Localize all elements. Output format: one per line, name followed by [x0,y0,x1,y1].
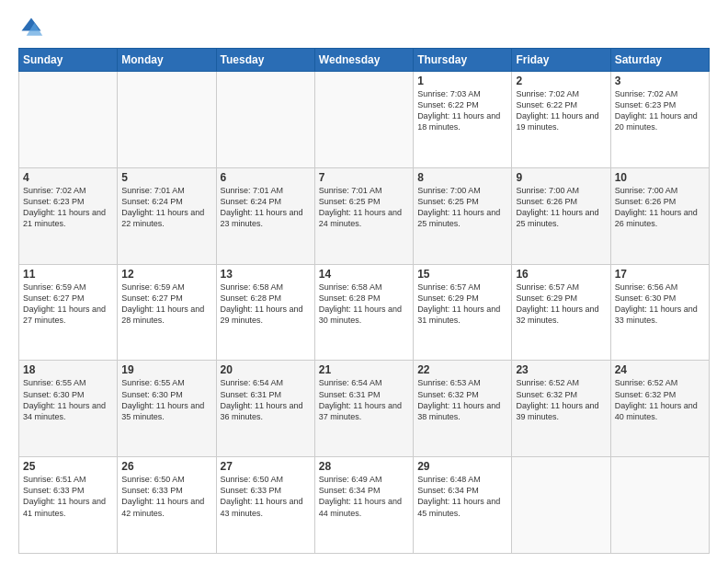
week-row-3: 11Sunrise: 6:59 AMSunset: 6:27 PMDayligh… [19,264,710,361]
day-number: 11 [23,268,113,281]
day-cell: 5Sunrise: 7:01 AMSunset: 6:24 PMDaylight… [118,167,216,264]
day-cell: 2Sunrise: 7:02 AMSunset: 6:22 PMDaylight… [512,72,610,168]
day-info: Sunrise: 6:52 AMSunset: 6:32 PMDaylight:… [516,377,606,422]
calendar: SundayMondayTuesdayWednesdayThursdayFrid… [18,48,710,554]
week-row-2: 4Sunrise: 7:02 AMSunset: 6:23 PMDaylight… [19,167,710,264]
day-number: 27 [221,460,311,473]
day-number: 3 [615,75,705,87]
day-info: Sunrise: 7:00 AMSunset: 6:26 PMDaylight:… [516,185,606,230]
day-cell: 16Sunrise: 6:57 AMSunset: 6:29 PMDayligh… [512,264,610,361]
day-cell: 14Sunrise: 6:58 AMSunset: 6:28 PMDayligh… [314,264,413,361]
day-number: 19 [121,363,211,376]
day-number: 10 [615,171,705,184]
day-info: Sunrise: 7:01 AMSunset: 6:24 PMDaylight:… [121,185,211,230]
day-cell [19,72,118,168]
day-info: Sunrise: 7:00 AMSunset: 6:25 PMDaylight:… [417,185,507,230]
day-cell: 10Sunrise: 7:00 AMSunset: 6:26 PMDayligh… [610,167,709,264]
day-number: 5 [121,171,211,184]
day-info: Sunrise: 6:52 AMSunset: 6:32 PMDaylight:… [615,377,705,422]
weekday-wednesday: Wednesday [314,49,413,72]
day-info: Sunrise: 6:53 AMSunset: 6:32 PMDaylight:… [417,377,507,422]
day-cell: 23Sunrise: 6:52 AMSunset: 6:32 PMDayligh… [512,361,610,457]
day-cell: 22Sunrise: 6:53 AMSunset: 6:32 PMDayligh… [414,361,512,457]
weekday-tuesday: Tuesday [216,49,314,72]
day-info: Sunrise: 6:59 AMSunset: 6:27 PMDaylight:… [23,282,113,327]
day-number: 4 [23,171,113,184]
day-cell [216,72,314,168]
day-info: Sunrise: 6:49 AMSunset: 6:34 PMDaylight:… [319,474,409,519]
day-cell [610,457,709,554]
day-info: Sunrise: 6:50 AMSunset: 6:33 PMDaylight:… [221,474,311,519]
weekday-header-row: SundayMondayTuesdayWednesdayThursdayFrid… [19,49,710,72]
day-number: 26 [121,460,211,473]
day-info: Sunrise: 7:03 AMSunset: 6:22 PMDaylight:… [417,88,507,133]
day-info: Sunrise: 7:00 AMSunset: 6:26 PMDaylight:… [615,185,705,230]
weekday-sunday: Sunday [19,49,118,72]
header [18,15,710,40]
day-number: 23 [516,363,606,376]
day-cell: 17Sunrise: 6:56 AMSunset: 6:30 PMDayligh… [610,264,709,361]
day-number: 22 [417,363,507,376]
day-cell: 13Sunrise: 6:58 AMSunset: 6:28 PMDayligh… [216,264,314,361]
day-cell: 21Sunrise: 6:54 AMSunset: 6:31 PMDayligh… [314,361,413,457]
day-cell [118,72,216,168]
weekday-monday: Monday [118,49,216,72]
day-number: 8 [417,171,507,184]
day-cell: 24Sunrise: 6:52 AMSunset: 6:32 PMDayligh… [610,361,709,457]
weekday-thursday: Thursday [414,49,512,72]
day-number: 12 [121,268,211,281]
day-cell: 29Sunrise: 6:48 AMSunset: 6:34 PMDayligh… [414,457,512,554]
day-info: Sunrise: 6:54 AMSunset: 6:31 PMDaylight:… [319,377,409,422]
day-info: Sunrise: 6:58 AMSunset: 6:28 PMDaylight:… [221,282,311,327]
logo [18,15,48,40]
day-number: 9 [516,171,606,184]
logo-icon [18,15,44,40]
day-cell: 9Sunrise: 7:00 AMSunset: 6:26 PMDaylight… [512,167,610,264]
weekday-saturday: Saturday [610,49,709,72]
day-cell: 27Sunrise: 6:50 AMSunset: 6:33 PMDayligh… [216,457,314,554]
day-cell: 6Sunrise: 7:01 AMSunset: 6:24 PMDaylight… [216,167,314,264]
page: SundayMondayTuesdayWednesdayThursdayFrid… [0,0,728,563]
day-info: Sunrise: 6:57 AMSunset: 6:29 PMDaylight:… [417,282,507,327]
day-cell: 11Sunrise: 6:59 AMSunset: 6:27 PMDayligh… [19,264,118,361]
day-info: Sunrise: 6:54 AMSunset: 6:31 PMDaylight:… [221,377,311,422]
day-number: 25 [23,460,113,473]
day-info: Sunrise: 6:48 AMSunset: 6:34 PMDaylight:… [417,474,507,519]
day-cell [512,457,610,554]
day-number: 28 [319,460,409,473]
day-cell: 20Sunrise: 6:54 AMSunset: 6:31 PMDayligh… [216,361,314,457]
day-info: Sunrise: 6:56 AMSunset: 6:30 PMDaylight:… [615,282,705,327]
day-cell: 25Sunrise: 6:51 AMSunset: 6:33 PMDayligh… [19,457,118,554]
day-number: 14 [319,268,409,281]
day-cell: 26Sunrise: 6:50 AMSunset: 6:33 PMDayligh… [118,457,216,554]
day-cell: 3Sunrise: 7:02 AMSunset: 6:23 PMDaylight… [610,72,709,168]
day-cell: 12Sunrise: 6:59 AMSunset: 6:27 PMDayligh… [118,264,216,361]
day-number: 2 [516,75,606,87]
day-number: 13 [221,268,311,281]
day-cell: 8Sunrise: 7:00 AMSunset: 6:25 PMDaylight… [414,167,512,264]
day-number: 7 [319,171,409,184]
week-row-1: 1Sunrise: 7:03 AMSunset: 6:22 PMDaylight… [19,72,710,168]
day-cell: 15Sunrise: 6:57 AMSunset: 6:29 PMDayligh… [414,264,512,361]
day-number: 20 [221,363,311,376]
day-info: Sunrise: 6:50 AMSunset: 6:33 PMDaylight:… [121,474,211,519]
week-row-4: 18Sunrise: 6:55 AMSunset: 6:30 PMDayligh… [19,361,710,457]
day-number: 15 [417,268,507,281]
day-number: 17 [615,268,705,281]
day-number: 16 [516,268,606,281]
day-info: Sunrise: 6:59 AMSunset: 6:27 PMDaylight:… [121,282,211,327]
day-info: Sunrise: 7:02 AMSunset: 6:23 PMDaylight:… [615,88,705,133]
day-info: Sunrise: 7:02 AMSunset: 6:22 PMDaylight:… [516,88,606,133]
day-info: Sunrise: 6:57 AMSunset: 6:29 PMDaylight:… [516,282,606,327]
day-number: 29 [417,460,507,473]
day-number: 21 [319,363,409,376]
day-cell [314,72,413,168]
day-info: Sunrise: 7:01 AMSunset: 6:24 PMDaylight:… [221,185,311,230]
weekday-friday: Friday [512,49,610,72]
day-info: Sunrise: 6:55 AMSunset: 6:30 PMDaylight:… [23,377,113,422]
day-number: 24 [615,363,705,376]
day-cell: 28Sunrise: 6:49 AMSunset: 6:34 PMDayligh… [314,457,413,554]
day-info: Sunrise: 6:58 AMSunset: 6:28 PMDaylight:… [319,282,409,327]
day-number: 18 [23,363,113,376]
day-cell: 18Sunrise: 6:55 AMSunset: 6:30 PMDayligh… [19,361,118,457]
